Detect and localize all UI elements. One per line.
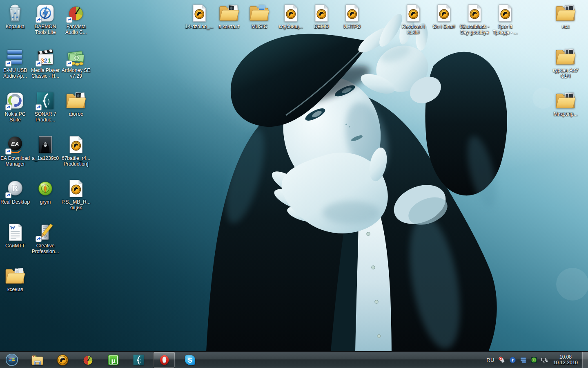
desktop-icon-label: 02.uralblack - Say goodbye xyxy=(460,24,489,35)
desktop-icon-label: Real Desktop xyxy=(0,200,30,205)
desktop-icon-label: Корзина xyxy=(6,24,24,30)
desktop-icon-klubnishch[interactable]: клубнищ... xyxy=(273,3,308,30)
desktop-icon-fanvista-audio[interactable]: FanVista Audio C... xyxy=(58,3,94,35)
desktop-icon-label: 14-dzhino_... xyxy=(185,24,213,30)
desktop-icon-demo[interactable]: DEMO xyxy=(304,3,339,30)
desktop-icon-grym[interactable]: grym xyxy=(28,179,63,205)
ea-icon: EA xyxy=(4,135,26,155)
worddoc-icon: W xyxy=(4,222,26,242)
desktop-icon-label: P.S._MB_R... ящик xyxy=(61,200,90,211)
shortcut-arrow-icon xyxy=(36,236,42,242)
clock[interactable]: 10:08 10.12.2010 xyxy=(553,354,578,366)
desktop-icon-on-i-ona[interactable]: On i Ona# xyxy=(426,3,461,30)
desktop-icon-ksenia[interactable]: ксения xyxy=(0,266,33,293)
desktop-icon-label: SONAR 7 Produc... xyxy=(35,112,56,123)
shortcut-arrow-icon xyxy=(36,17,42,23)
explorer-icon xyxy=(31,354,44,366)
desktop-icon-label: a_1a1239c0 xyxy=(32,156,59,162)
folder-photo-blue-icon xyxy=(248,3,270,23)
sonar-icon xyxy=(132,354,145,366)
sonar-icon xyxy=(34,91,56,110)
language-indicator[interactable]: RU xyxy=(486,357,497,363)
folder-docs-icon xyxy=(555,91,577,110)
network-icon[interactable] xyxy=(541,356,548,364)
mpc-icon: 321 xyxy=(34,47,56,67)
aimp-icon xyxy=(433,3,455,23)
show-desktop-button[interactable] xyxy=(582,352,588,368)
taskbar-fanvista-button[interactable] xyxy=(77,352,98,368)
desktop-icon-revolveri-i-kukli[interactable]: Revolveri i kukli# xyxy=(396,3,431,35)
desktop-icon-sonar-7-producer[interactable]: SONAR 7 Produc... xyxy=(28,91,63,123)
aimp-icon xyxy=(402,3,424,23)
desktop-icon-mikropr[interactable]: Микропр... xyxy=(548,91,583,117)
desktop-icon-label: E-MU USB Audio Ap... xyxy=(3,68,27,79)
taskbar-aimp-button[interactable] xyxy=(52,352,73,368)
desktop-icon-uralblack-say-goodbye[interactable]: 02.uralblack - Say goodbye xyxy=(457,3,492,35)
shortcut-arrow-icon xyxy=(36,104,42,110)
aimp-icon xyxy=(56,354,69,366)
desktop-icon-label: grym xyxy=(40,200,51,205)
desktop-icon-a-1a1239c0[interactable]: a_1a1239c0 xyxy=(28,135,63,162)
folder-docs-icon xyxy=(555,47,577,67)
grym-icon xyxy=(34,179,56,198)
desktop-icon-67battle[interactable]: 67battle_r4... Production] xyxy=(58,135,94,167)
desktop-icon-nsk[interactable]: нск xyxy=(548,3,583,30)
desktop-icon-music[interactable]: MUSIC xyxy=(242,3,277,30)
svg-text:µ: µ xyxy=(111,357,116,364)
nod32-icon[interactable] xyxy=(530,356,538,364)
recycle-icon xyxy=(4,3,26,23)
daemon-tray-icon[interactable] xyxy=(509,356,517,364)
desktop-icon-label: в контакт xyxy=(218,24,239,30)
folder-papers-icon xyxy=(4,266,26,286)
desktop-icon-label: DAEMON Tools Lite xyxy=(35,24,56,35)
desktop-icon-artmoney-se[interactable]: $ArtMoney SE v7.29 xyxy=(58,47,94,79)
aimp-icon xyxy=(65,179,87,198)
desktop-icon-label: ксения xyxy=(7,287,23,293)
aimp-icon xyxy=(341,3,363,23)
aimp-icon xyxy=(463,3,486,23)
desktop-icon-label: Media Player Classic - H... xyxy=(31,68,60,79)
desktop-icon-label: САиМТТ xyxy=(5,243,25,249)
system-tray: RU 10:08 10.12.2010 xyxy=(486,352,588,368)
desktop-icon-intro[interactable]: ИНТРО xyxy=(334,3,370,30)
usb-eject-icon[interactable] xyxy=(498,356,506,364)
taskbar-explorer-button[interactable] xyxy=(27,352,48,368)
shortcut-arrow-icon xyxy=(66,17,72,23)
shortcut-arrow-icon xyxy=(5,61,11,67)
desktop-icon-label: ИНТРО xyxy=(343,24,361,30)
emu-tray-icon[interactable] xyxy=(519,356,527,364)
clock-date: 10.12.2010 xyxy=(553,360,578,366)
taskbar-opera-button[interactable] xyxy=(153,352,175,368)
desktop-icon-ps-mb-yashchik[interactable]: P.S._MB_R... ящик xyxy=(58,179,94,211)
aimp-icon xyxy=(188,3,210,23)
desktop-icon-creative-professional[interactable]: Creative Profession... xyxy=(28,222,63,254)
shortcut-arrow-icon xyxy=(36,61,42,67)
desktop-icon-label: MUSIC xyxy=(252,24,267,30)
aimp-icon xyxy=(65,135,87,155)
desktop-icon-media-player-classic[interactable]: 321Media Player Classic - H... xyxy=(28,47,63,79)
svg-text:321: 321 xyxy=(40,57,51,64)
desktop-icon-label: EA Download Manager xyxy=(0,156,30,167)
nokia-icon xyxy=(4,91,26,110)
svg-text:R: R xyxy=(12,183,19,193)
aimp-icon xyxy=(280,3,302,23)
desktop-icon-kursach-aiu-svch[interactable]: курсач АиУ СВЧ xyxy=(548,47,583,79)
desktop-icon-label: фотос xyxy=(69,112,83,117)
desktop-icon-daemon-tools-lite[interactable]: DAEMON Tools Lite xyxy=(28,3,63,35)
taskbar-skype-button[interactable]: S xyxy=(179,352,200,368)
svg-text:EA: EA xyxy=(11,141,19,147)
taskbar-sonar-button[interactable] xyxy=(128,352,149,368)
desktop-icon-label: FanVista Audio C... xyxy=(65,24,87,35)
start-button[interactable] xyxy=(3,352,20,368)
desktop-icon-label: ArtMoney SE v7.29 xyxy=(62,68,91,79)
photo-icon xyxy=(34,135,56,155)
desktop-icon-grot-ft-triada[interactable]: Грот ft Триада - ... xyxy=(488,3,523,35)
taskbar-utorrent-button[interactable]: µ xyxy=(102,352,124,368)
desktop-icon-label: нск xyxy=(562,24,569,30)
desktop-icon-label: клубнищ... xyxy=(279,24,303,30)
desktop: КорзинаDAEMON Tools LiteFanVista Audio C… xyxy=(0,0,588,368)
folder-photo-dark-icon xyxy=(65,91,87,110)
desktop-icon-fotos[interactable]: фотос xyxy=(58,91,94,117)
creative-icon xyxy=(34,222,56,242)
desktop-icon-label: курсач АиУ СВЧ xyxy=(553,68,578,79)
